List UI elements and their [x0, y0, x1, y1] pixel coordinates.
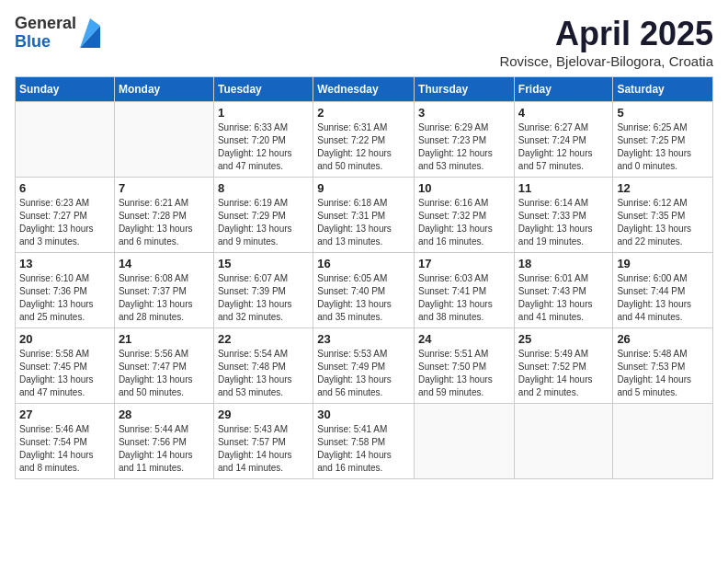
day-info: Sunrise: 5:44 AM Sunset: 7:56 PM Dayligh…: [119, 423, 210, 475]
day-info: Sunrise: 6:18 AM Sunset: 7:31 PM Dayligh…: [317, 197, 410, 248]
weekday-header-row: SundayMondayTuesdayWednesdayThursdayFrid…: [16, 77, 713, 102]
day-number: 17: [418, 257, 510, 270]
calendar-cell: 2Sunrise: 6:31 AM Sunset: 7:22 PM Daylig…: [313, 102, 415, 178]
day-info: Sunrise: 6:12 AM Sunset: 7:35 PM Dayligh…: [617, 197, 709, 248]
day-number: 10: [418, 181, 510, 195]
calendar-cell: [613, 404, 713, 479]
calendar-cell: 20Sunrise: 5:58 AM Sunset: 7:45 PM Dayli…: [16, 328, 115, 404]
calendar-cell: 19Sunrise: 6:00 AM Sunset: 7:44 PM Dayli…: [613, 253, 713, 328]
calendar-week-row: 1Sunrise: 6:33 AM Sunset: 7:20 PM Daylig…: [16, 102, 713, 178]
calendar-cell: 6Sunrise: 6:23 AM Sunset: 7:27 PM Daylig…: [16, 178, 115, 253]
weekday-header: Friday: [514, 77, 613, 102]
logo-line2: Blue: [15, 33, 76, 52]
day-info: Sunrise: 6:21 AM Sunset: 7:28 PM Dayligh…: [119, 197, 210, 248]
day-info: Sunrise: 6:10 AM Sunset: 7:36 PM Dayligh…: [19, 272, 110, 324]
calendar-cell: 18Sunrise: 6:01 AM Sunset: 7:43 PM Dayli…: [514, 253, 613, 328]
weekday-header: Monday: [114, 77, 213, 102]
day-info: Sunrise: 6:00 AM Sunset: 7:44 PM Dayligh…: [617, 272, 709, 324]
calendar-week-row: 27Sunrise: 5:46 AM Sunset: 7:54 PM Dayli…: [16, 404, 713, 479]
calendar-title: April 2025: [499, 15, 713, 53]
day-number: 13: [19, 257, 110, 270]
page-header: General Blue April 2025 Rovisce, Bjelova…: [15, 15, 713, 69]
day-info: Sunrise: 6:05 AM Sunset: 7:40 PM Dayligh…: [317, 272, 410, 324]
calendar-cell: 24Sunrise: 5:51 AM Sunset: 7:50 PM Dayli…: [415, 328, 515, 404]
day-info: Sunrise: 5:46 AM Sunset: 7:54 PM Dayligh…: [19, 423, 110, 475]
day-info: Sunrise: 6:08 AM Sunset: 7:37 PM Dayligh…: [119, 272, 210, 324]
day-info: Sunrise: 6:14 AM Sunset: 7:33 PM Dayligh…: [518, 197, 609, 248]
day-number: 2: [317, 106, 410, 120]
calendar-cell: 14Sunrise: 6:08 AM Sunset: 7:37 PM Dayli…: [114, 253, 213, 328]
day-info: Sunrise: 6:27 AM Sunset: 7:24 PM Dayligh…: [518, 121, 609, 173]
day-info: Sunrise: 5:43 AM Sunset: 7:57 PM Dayligh…: [218, 423, 309, 475]
calendar-cell: 28Sunrise: 5:44 AM Sunset: 7:56 PM Dayli…: [114, 404, 213, 479]
calendar-cell: 8Sunrise: 6:19 AM Sunset: 7:29 PM Daylig…: [213, 178, 313, 253]
calendar-cell: 1Sunrise: 6:33 AM Sunset: 7:20 PM Daylig…: [213, 102, 313, 178]
calendar-cell: 4Sunrise: 6:27 AM Sunset: 7:24 PM Daylig…: [514, 102, 613, 178]
day-info: Sunrise: 5:58 AM Sunset: 7:45 PM Dayligh…: [19, 348, 110, 399]
day-info: Sunrise: 5:56 AM Sunset: 7:47 PM Dayligh…: [119, 348, 210, 399]
logo-text: General Blue: [15, 15, 76, 52]
weekday-header: Sunday: [16, 77, 115, 102]
logo-line1: General: [15, 15, 76, 33]
calendar-cell: 11Sunrise: 6:14 AM Sunset: 7:33 PM Dayli…: [514, 178, 613, 253]
day-number: 25: [518, 332, 609, 346]
day-info: Sunrise: 6:25 AM Sunset: 7:25 PM Dayligh…: [617, 121, 709, 173]
day-info: Sunrise: 6:23 AM Sunset: 7:27 PM Dayligh…: [19, 197, 110, 248]
calendar-cell: 22Sunrise: 5:54 AM Sunset: 7:48 PM Dayli…: [213, 328, 313, 404]
calendar-cell: 15Sunrise: 6:07 AM Sunset: 7:39 PM Dayli…: [213, 253, 313, 328]
day-info: Sunrise: 6:07 AM Sunset: 7:39 PM Dayligh…: [218, 272, 309, 324]
calendar-cell: 21Sunrise: 5:56 AM Sunset: 7:47 PM Dayli…: [114, 328, 213, 404]
title-block: April 2025 Rovisce, Bjelovar-Bilogora, C…: [499, 15, 713, 69]
calendar-cell: 30Sunrise: 5:41 AM Sunset: 7:58 PM Dayli…: [313, 404, 415, 479]
day-info: Sunrise: 5:49 AM Sunset: 7:52 PM Dayligh…: [518, 348, 609, 399]
calendar-cell: 12Sunrise: 6:12 AM Sunset: 7:35 PM Dayli…: [613, 178, 713, 253]
day-number: 28: [119, 408, 210, 421]
day-info: Sunrise: 6:16 AM Sunset: 7:32 PM Dayligh…: [418, 197, 510, 248]
day-info: Sunrise: 6:33 AM Sunset: 7:20 PM Dayligh…: [218, 121, 309, 173]
logo-icon: [80, 18, 100, 48]
calendar-cell: 23Sunrise: 5:53 AM Sunset: 7:49 PM Dayli…: [313, 328, 415, 404]
calendar-cell: 25Sunrise: 5:49 AM Sunset: 7:52 PM Dayli…: [514, 328, 613, 404]
day-info: Sunrise: 5:51 AM Sunset: 7:50 PM Dayligh…: [418, 348, 510, 399]
day-info: Sunrise: 5:41 AM Sunset: 7:58 PM Dayligh…: [317, 423, 410, 475]
day-number: 27: [19, 408, 110, 421]
calendar-cell: 17Sunrise: 6:03 AM Sunset: 7:41 PM Dayli…: [415, 253, 515, 328]
calendar-cell: 10Sunrise: 6:16 AM Sunset: 7:32 PM Dayli…: [415, 178, 515, 253]
day-number: 16: [317, 257, 410, 270]
calendar-cell: 26Sunrise: 5:48 AM Sunset: 7:53 PM Dayli…: [613, 328, 713, 404]
day-number: 29: [218, 408, 309, 421]
day-info: Sunrise: 5:48 AM Sunset: 7:53 PM Dayligh…: [617, 348, 709, 399]
day-number: 11: [518, 181, 609, 195]
logo: General Blue: [15, 15, 100, 52]
weekday-header: Wednesday: [313, 77, 415, 102]
day-info: Sunrise: 6:03 AM Sunset: 7:41 PM Dayligh…: [418, 272, 510, 324]
calendar-cell: [514, 404, 613, 479]
day-info: Sunrise: 5:53 AM Sunset: 7:49 PM Dayligh…: [317, 348, 410, 399]
day-number: 14: [119, 257, 210, 270]
calendar-week-row: 20Sunrise: 5:58 AM Sunset: 7:45 PM Dayli…: [16, 328, 713, 404]
day-number: 8: [218, 181, 309, 195]
day-info: Sunrise: 6:31 AM Sunset: 7:22 PM Dayligh…: [317, 121, 410, 173]
weekday-header: Saturday: [613, 77, 713, 102]
day-number: 12: [617, 181, 709, 195]
day-number: 30: [317, 408, 410, 421]
day-number: 7: [119, 181, 210, 195]
day-number: 6: [19, 181, 110, 195]
day-number: 19: [617, 257, 709, 270]
calendar-cell: 9Sunrise: 6:18 AM Sunset: 7:31 PM Daylig…: [313, 178, 415, 253]
day-number: 22: [218, 332, 309, 346]
day-number: 5: [617, 106, 709, 120]
day-number: 24: [418, 332, 510, 346]
day-number: 1: [218, 106, 309, 120]
calendar-cell: 13Sunrise: 6:10 AM Sunset: 7:36 PM Dayli…: [16, 253, 115, 328]
day-number: 20: [19, 332, 110, 346]
weekday-header: Tuesday: [213, 77, 313, 102]
day-info: Sunrise: 6:01 AM Sunset: 7:43 PM Dayligh…: [518, 272, 609, 324]
day-number: 4: [518, 106, 609, 120]
day-number: 23: [317, 332, 410, 346]
day-number: 9: [317, 181, 410, 195]
day-number: 18: [518, 257, 609, 270]
calendar-week-row: 6Sunrise: 6:23 AM Sunset: 7:27 PM Daylig…: [16, 178, 713, 253]
calendar-cell: 29Sunrise: 5:43 AM Sunset: 7:57 PM Dayli…: [213, 404, 313, 479]
calendar-cell: [415, 404, 515, 479]
